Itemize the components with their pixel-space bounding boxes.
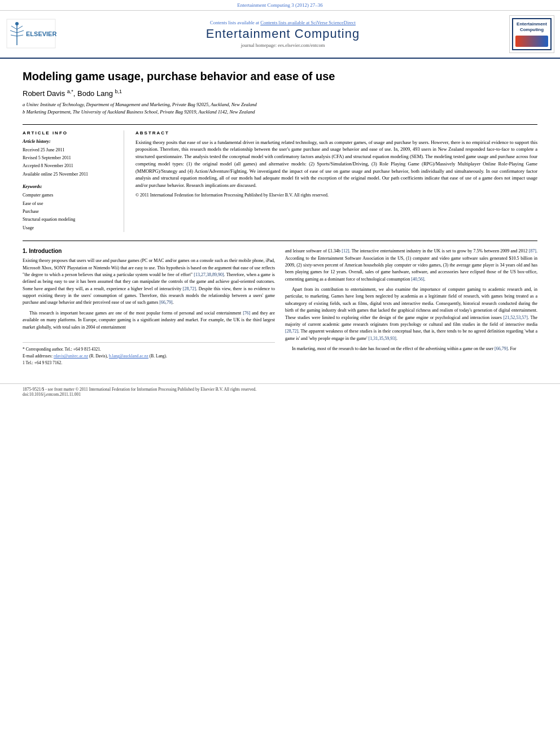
author-robert: Robert Davis [23, 89, 67, 98]
intro-body-right: and leisure software of £1.34b [12]. The… [285, 248, 537, 352]
svg-line-5 [17, 26, 23, 29]
cite-3: [66,79] [159, 300, 172, 305]
affiliations: a Unitec Institute of Technology, Depart… [23, 101, 537, 116]
footnotes: * Corresponding author. Tel.: +64 9 815 … [23, 342, 275, 366]
info-abstract-section: Article Info Article history: Received 2… [23, 124, 537, 233]
keyword-3: Purchase [23, 208, 117, 216]
journal-center-info: Contents lists available at Contents lis… [62, 20, 504, 48]
email-blang[interactable]: b.lang@auckland.ac.nz [109, 353, 148, 359]
sciverse-line: Contents lists available at Contents lis… [62, 20, 504, 25]
svg-text:ELSEVIER: ELSEVIER [26, 30, 56, 37]
ec-logo-box: Entertainment Computing [509, 15, 554, 53]
bottom-bar: 1875-9521/$ - see front matter © 2011 In… [0, 383, 560, 400]
abstract-text: Existing theory posits that ease of use … [135, 139, 537, 189]
footnote-email: E-mail addresses: rdavis@unitec.ac.nz (R… [23, 353, 275, 360]
svg-point-8 [15, 22, 19, 25]
date-received: Received 25 June 2011 Revised 5 Septembe… [23, 146, 117, 179]
keyword-1: Computer games [23, 191, 117, 199]
copyright-line: © 2011 International Federation for Info… [135, 193, 537, 198]
ec-logo-bar [515, 36, 548, 47]
email-rdavis[interactable]: rdavis@unitec.ac.nz [54, 353, 88, 359]
ec-logo-line2: Computing [515, 27, 548, 33]
journal-title: Entertainment Computing [62, 27, 504, 41]
article-info-heading: Article Info [23, 130, 117, 136]
footnote-corresponding: * Corresponding author. Tel.: +64 9 815 … [23, 346, 275, 353]
cite-2: [28,72] [183, 286, 196, 291]
issn-line: 1875-9521/$ - see front matter © 2011 In… [23, 387, 537, 392]
cite-4: [76] [243, 311, 250, 316]
doi-line: doi:10.1016/j.entcom.2011.11.001 [23, 392, 537, 397]
cite-5: [12] [342, 248, 349, 254]
authors-line: Robert Davis a,*, Bodo Lang b,1 [23, 89, 537, 98]
author-a-sup: a,* [67, 89, 73, 94]
ec-logo-line1: Entertainment [515, 21, 548, 27]
journal-homepage: journal homepage: ees.elsevier.com/entco… [62, 42, 504, 48]
abstract-column: Abstract Existing theory posits that eas… [135, 130, 537, 233]
intro-para-2: This research is important because games… [23, 310, 275, 331]
svg-line-4 [11, 35, 17, 36]
right-para-1: and leisure software of £1.34b [12]. The… [285, 248, 537, 283]
cite-6: [87] [529, 248, 536, 254]
keyword-5: Usage [23, 224, 117, 232]
elsevier-logo: ELSEVIER [6, 18, 56, 50]
svg-line-6 [17, 30, 24, 33]
body-col-left: 1. Introduction Existing theory proposes… [23, 248, 275, 366]
cite-10: [1,31,35,59,93] [369, 336, 396, 341]
sciverse-link[interactable]: Contents lists available at SciVerse Sci… [260, 20, 356, 25]
intro-body-left: Existing theory proposes that users will… [23, 257, 275, 331]
svg-line-3 [10, 30, 17, 33]
svg-line-2 [11, 26, 17, 29]
intro-section-title: 1. Introduction [23, 248, 275, 254]
intro-number: 1. [23, 248, 27, 254]
intro-title: Introduction [29, 248, 62, 254]
cite-11: [66,79] [495, 346, 508, 351]
journal-header: ELSEVIER Contents lists available at Con… [0, 11, 560, 59]
keywords-list: Computer games Ease of use Purchase Stru… [23, 191, 117, 232]
affiliation-a: a Unitec Institute of Technology, Depart… [23, 101, 537, 108]
article-title: Modeling game usage, purchase behavior a… [23, 70, 537, 83]
author-b-sup: b,1 [115, 89, 123, 94]
abstract-heading: Abstract [135, 130, 537, 136]
intro-para-1: Existing theory proposes that users will… [23, 257, 275, 307]
affiliation-b: b Marketing Department, The University o… [23, 108, 537, 116]
main-content: Modeling game usage, purchase behavior a… [0, 59, 560, 378]
author-comma: , Bodo Lang [73, 89, 115, 98]
cite-8: [21,52,53,57] [504, 315, 528, 320]
svg-line-7 [17, 35, 23, 36]
cite-9: [28,72] [285, 329, 298, 334]
right-para-2: Apart from its contribution to entertain… [285, 286, 537, 342]
right-para-3: In marketing, most of the research to da… [285, 346, 537, 352]
cite-1: [13,27,38,89,90] [194, 272, 224, 277]
article-info-column: Article Info Article history: Received 2… [23, 130, 124, 233]
journal-ref-text: Entertainment Computing 3 (2012) 27–36 [237, 2, 322, 8]
keyword-4: Structural equation modeling [23, 216, 117, 224]
body-col-right: and leisure software of £1.34b [12]. The… [285, 248, 537, 366]
body-content: 1. Introduction Existing theory proposes… [23, 241, 537, 366]
cite-7: [40,56] [411, 277, 424, 282]
history-label: Article history: [23, 139, 117, 144]
footnote-1: 1 Tel.: +64 9 923 7162. [23, 360, 275, 366]
journal-reference-bar: Entertainment Computing 3 (2012) 27–36 [0, 0, 560, 11]
keyword-2: Ease of use [23, 200, 117, 208]
keywords-label: Keywords: [23, 184, 117, 189]
ec-logo-inner: Entertainment Computing [512, 18, 552, 50]
